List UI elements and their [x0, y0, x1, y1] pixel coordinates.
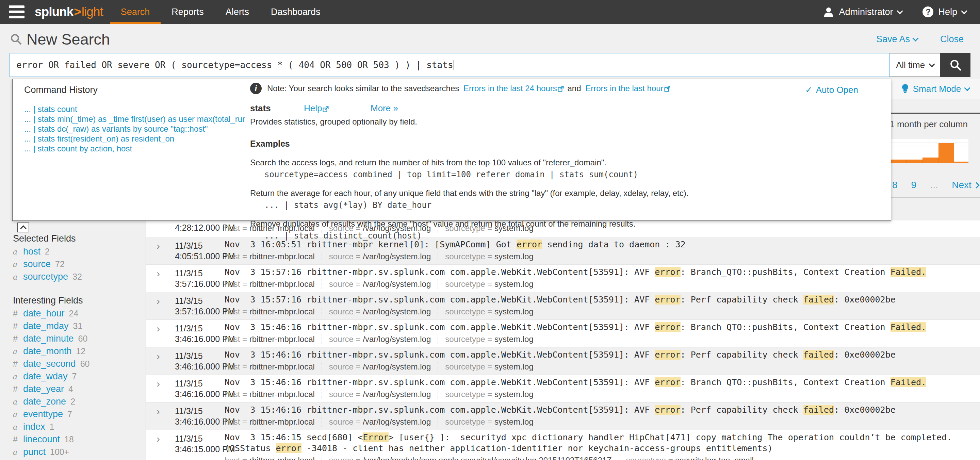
field-name[interactable]: eventtype: [23, 409, 63, 420]
field-name[interactable]: punct: [23, 447, 46, 457]
search-mode-selector[interactable]: Smart Mode: [891, 79, 980, 99]
highlighted-term[interactable]: error: [655, 405, 680, 415]
field-value-source[interactable]: /var/log/module/com.apple.securityd/secu…: [363, 455, 612, 460]
highlighted-term[interactable]: Failed.: [891, 377, 926, 387]
collapse-fields-button[interactable]: [17, 223, 29, 232]
help-menu[interactable]: ? Help: [923, 6, 966, 18]
field-value-host[interactable]: rbittner-mbpr.local: [250, 455, 315, 460]
timeline-bar[interactable]: [907, 159, 923, 163]
search-submit-button[interactable]: [940, 53, 970, 77]
user-menu[interactable]: Administrator: [823, 6, 902, 18]
expand-event-chevron[interactable]: ›: [156, 324, 160, 333]
field-value-host[interactable]: rbittner-mbpr.local: [250, 279, 315, 289]
field-name[interactable]: date_month: [23, 346, 72, 357]
timeline-bar[interactable]: [939, 143, 954, 163]
highlighted-term[interactable]: failed: [803, 350, 834, 360]
field-value-sourcetype[interactable]: system.log: [495, 389, 533, 400]
highlighted-term[interactable]: Failed.: [891, 267, 926, 277]
command-more-link[interactable]: More »: [371, 103, 398, 114]
field-item-punct: apunct100+: [13, 446, 146, 458]
field-name[interactable]: date_second: [23, 359, 76, 369]
command-history-item[interactable]: ... | stats first(resident_on) as reside…: [24, 134, 245, 143]
highlighted-term[interactable]: error: [655, 294, 680, 304]
field-value-host[interactable]: rbittner-mbpr.local: [250, 417, 315, 427]
timeline-bar[interactable]: [954, 162, 969, 163]
field-name[interactable]: linecount: [23, 434, 60, 445]
field-value-source[interactable]: /var/log/system.log: [363, 334, 431, 344]
splunk-light-logo[interactable]: splunk>light: [35, 0, 103, 24]
command-help-link[interactable]: Help: [304, 103, 371, 114]
field-value-host[interactable]: rbittner-mbpr.local: [250, 251, 315, 262]
field-name[interactable]: date_year: [23, 384, 64, 394]
savedsearch-link-24h[interactable]: Errors in the last 24 hours: [463, 84, 557, 93]
page-link[interactable]: 8: [892, 180, 898, 191]
field-value-source[interactable]: /var/log/system.log: [363, 279, 431, 289]
command-history-item[interactable]: ... | stats count: [24, 104, 245, 114]
field-value-host[interactable]: rbittner-mbpr.local: [250, 307, 315, 317]
field-value-host[interactable]: rbittner-mbpr.local: [250, 389, 315, 400]
command-history-item[interactable]: ... | stats dc(_raw) as variants by sour…: [24, 124, 245, 134]
equals-sign: =: [240, 334, 249, 344]
nav-tab-alerts[interactable]: Alerts: [215, 0, 260, 24]
event-fields: host = rbittner-mbpr.localsource = /var/…: [224, 334, 972, 344]
field-value-source[interactable]: /var/log/system.log: [363, 417, 431, 427]
highlighted-term[interactable]: failed: [803, 294, 834, 304]
note-text: Note: Your search looks similar to the s…: [267, 84, 459, 93]
field-name[interactable]: source: [23, 259, 51, 269]
field-name[interactable]: date_hour: [23, 308, 65, 319]
field-value-sourcetype[interactable]: system.log: [495, 279, 533, 289]
page-link[interactable]: 9: [911, 180, 917, 191]
field-name[interactable]: date_mday: [23, 321, 69, 331]
search-input[interactable]: error OR failed OR severe OR ( sourcetyp…: [10, 53, 890, 77]
highlighted-term[interactable]: error: [276, 443, 301, 453]
expand-event-chevron[interactable]: ›: [156, 379, 160, 388]
expand-event-chevron[interactable]: ›: [156, 434, 160, 444]
highlighted-term[interactable]: failed: [803, 405, 834, 415]
field-value-sourcetype[interactable]: system.log: [495, 334, 533, 344]
nav-tab-search[interactable]: Search: [110, 0, 161, 24]
field-value-source[interactable]: /var/log/system.log: [363, 362, 431, 372]
savedsearch-link-1h[interactable]: Errors in the last hour: [585, 84, 663, 93]
expand-event-chevron[interactable]: ›: [156, 241, 160, 251]
field-value-sourcetype[interactable]: system.log: [495, 362, 533, 372]
timeline-bar[interactable]: [891, 159, 907, 163]
next-page-button[interactable]: Next: [952, 180, 978, 191]
highlighted-term[interactable]: error: [655, 350, 680, 360]
close-button[interactable]: Close: [940, 34, 964, 45]
field-value-sourcetype[interactable]: system.log: [495, 251, 533, 262]
raw-segment: Nov 3 15:46:16 rbittner-mbpr.sv.splunk.c…: [224, 350, 655, 360]
expand-event-chevron[interactable]: ›: [156, 352, 160, 361]
field-value-host[interactable]: rbittner-mbpr.local: [250, 362, 315, 372]
save-as-button[interactable]: Save As: [876, 34, 918, 45]
highlighted-term[interactable]: Failed.: [891, 322, 926, 332]
auto-open-toggle[interactable]: ✓ Auto Open: [805, 85, 858, 95]
highlighted-term[interactable]: Error: [363, 433, 388, 442]
field-value-source[interactable]: /var/log/system.log: [363, 307, 431, 317]
highlighted-term[interactable]: error: [655, 377, 680, 387]
field-value-sourcetype[interactable]: system.log: [495, 307, 533, 317]
highlighted-term[interactable]: error: [655, 267, 680, 277]
field-value-sourcetype[interactable]: security.log-too_small: [675, 455, 754, 460]
field-name[interactable]: host: [23, 246, 40, 257]
field-name[interactable]: date_wday: [23, 371, 68, 382]
field-name[interactable]: sourcetype: [23, 272, 68, 282]
time-range-picker[interactable]: All time: [890, 53, 940, 77]
highlighted-term[interactable]: error: [517, 240, 542, 249]
command-history-item[interactable]: ... | stats count by action, host: [24, 143, 245, 153]
timeline-bar[interactable]: [923, 158, 939, 163]
highlighted-term[interactable]: error: [655, 322, 680, 332]
field-value-source[interactable]: /var/log/system.log: [363, 251, 431, 262]
expand-event-chevron[interactable]: ›: [156, 269, 160, 278]
hamburger-menu-icon[interactable]: [0, 0, 33, 24]
nav-tab-reports[interactable]: Reports: [161, 0, 215, 24]
field-name[interactable]: index: [23, 422, 45, 432]
expand-event-chevron[interactable]: ›: [156, 407, 160, 416]
nav-tab-dashboards[interactable]: Dashboards: [260, 0, 331, 24]
field-value-host[interactable]: rbittner-mbpr.local: [250, 334, 315, 344]
expand-event-chevron[interactable]: ›: [156, 296, 160, 306]
field-value-sourcetype[interactable]: system.log: [495, 417, 533, 427]
field-name[interactable]: date_minute: [23, 333, 74, 344]
field-name[interactable]: date_zone: [23, 396, 66, 407]
command-history-item[interactable]: ... | stats min(_time) as _time first(us…: [24, 114, 245, 124]
field-value-source[interactable]: /var/log/system.log: [363, 389, 431, 400]
